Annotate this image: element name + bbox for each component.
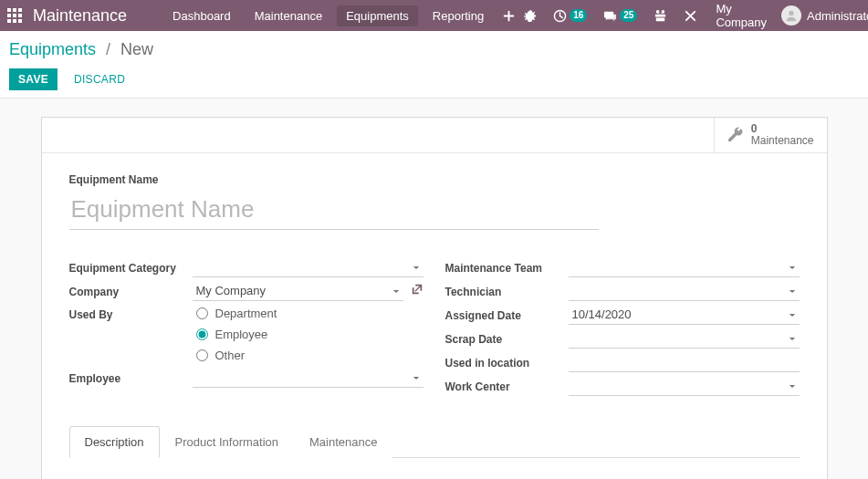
breadcrumb: Equipments / New: [9, 40, 853, 59]
svg-rect-6: [7, 19, 11, 23]
gift-icon[interactable]: [650, 7, 671, 25]
maintenance-team-select[interactable]: [569, 257, 800, 277]
assigned-date-label: Assigned Date: [445, 307, 569, 322]
discard-button[interactable]: DISCARD: [65, 68, 134, 90]
used-in-location-label: Used in location: [445, 355, 569, 370]
breadcrumb-current: New: [120, 40, 153, 58]
svg-rect-7: [13, 19, 16, 23]
technician-label: Technician: [445, 284, 569, 298]
svg-rect-4: [13, 14, 16, 17]
apps-icon[interactable]: [7, 5, 22, 26]
user-menu[interactable]: Administrator: [781, 5, 868, 26]
stat-bar: 0 Maintenance: [42, 118, 827, 153]
add-menu-icon[interactable]: [498, 7, 519, 25]
brand-title: Maintenance: [33, 6, 127, 26]
right-column: Maintenance Team Technician: [445, 255, 800, 398]
equipment-category-select[interactable]: [193, 257, 424, 277]
work-center-select[interactable]: [569, 376, 800, 396]
svg-rect-1: [13, 8, 16, 12]
employee-label: Employee: [69, 370, 193, 385]
breadcrumb-separator: /: [100, 40, 116, 58]
stat-label: Maintenance: [751, 135, 814, 147]
work-center-label: Work Center: [445, 379, 569, 393]
svg-rect-5: [18, 14, 22, 17]
breadcrumb-parent[interactable]: Equipments: [9, 40, 96, 58]
used-by-other-radio[interactable]: Other: [193, 345, 424, 366]
stat-maintenance-button[interactable]: 0 Maintenance: [714, 118, 827, 152]
employee-select[interactable]: [193, 368, 424, 388]
tab-maintenance[interactable]: Maintenance: [294, 426, 392, 458]
form-tabs: Description Product Information Maintena…: [69, 425, 800, 458]
company-select[interactable]: My Company: [193, 281, 403, 301]
save-button[interactable]: SAVE: [9, 68, 58, 90]
svg-rect-2: [18, 8, 22, 12]
discuss-icon[interactable]: 25: [600, 7, 641, 25]
used-by-label: Used By: [69, 303, 193, 321]
topbar: Maintenance Dashboard Maintenance Equipm…: [0, 0, 868, 31]
close-icon[interactable]: [680, 7, 701, 25]
user-name: Administrator: [807, 9, 868, 23]
form-sheet: 0 Maintenance Equipment Name Equipment C…: [41, 117, 828, 479]
wrench-icon: [726, 126, 744, 144]
scrap-date-label: Scrap Date: [445, 331, 569, 346]
equipment-name-input[interactable]: [69, 192, 599, 230]
discuss-badge: 25: [620, 9, 637, 22]
tab-product-information[interactable]: Product Information: [160, 426, 294, 458]
bug-icon[interactable]: [519, 7, 540, 25]
external-link-icon[interactable]: [411, 283, 424, 298]
equipment-name-label: Equipment Name: [69, 173, 800, 186]
avatar-icon: [781, 5, 801, 26]
technician-select[interactable]: [569, 281, 800, 301]
company-switcher[interactable]: My Company: [710, 0, 772, 31]
equipment-category-label: Equipment Category: [69, 260, 193, 275]
used-by-department-radio[interactable]: Department: [193, 303, 424, 324]
company-label: Company: [69, 284, 193, 298]
used-in-location-input[interactable]: [569, 352, 800, 372]
maintenance-team-label: Maintenance Team: [445, 260, 569, 275]
used-by-employee-radio[interactable]: Employee: [193, 324, 424, 345]
svg-rect-3: [7, 14, 11, 17]
menu-maintenance[interactable]: Maintenance: [246, 5, 331, 26]
menu-dashboard[interactable]: Dashboard: [163, 5, 240, 26]
svg-rect-0: [7, 8, 11, 12]
activities-icon[interactable]: 16: [549, 7, 591, 25]
scrap-date-input[interactable]: [569, 328, 800, 349]
activities-badge: 16: [570, 9, 587, 22]
left-column: Equipment Category Company My Company: [69, 255, 424, 398]
assigned-date-input[interactable]: 10/14/2020: [569, 305, 800, 325]
topbar-right: 16 25 My Company Administrator: [519, 0, 868, 31]
control-panel: Equipments / New SAVE DISCARD: [0, 31, 868, 99]
main-menu: Dashboard Maintenance Equipments Reporti…: [163, 5, 493, 26]
tab-description[interactable]: Description: [69, 426, 160, 458]
menu-equipments[interactable]: Equipments: [337, 5, 418, 26]
svg-point-10: [789, 11, 793, 16]
svg-rect-8: [18, 19, 22, 23]
menu-reporting[interactable]: Reporting: [424, 5, 493, 26]
